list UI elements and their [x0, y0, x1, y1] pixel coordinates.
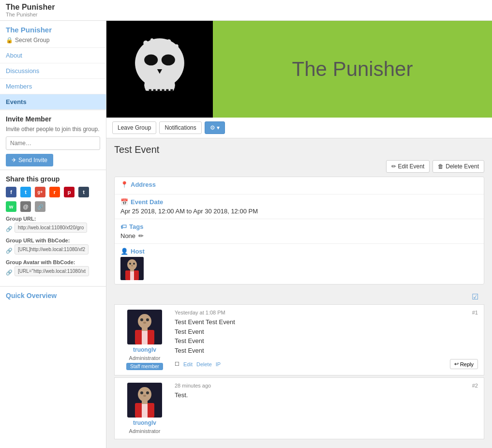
delete-event-button[interactable]: 🗑 Delete Event [432, 160, 484, 173]
whatsapp-icon[interactable]: w [6, 201, 16, 212]
quick-overview-section: Quick Overview [0, 286, 106, 304]
sidebar-item-events[interactable]: Events [0, 94, 106, 109]
comment-2-username[interactable]: truonglv [133, 419, 156, 426]
svg-rect-27 [130, 270, 134, 280]
comment-1-ip-link[interactable]: IP [216, 361, 221, 367]
edit-event-label: Edit Event [398, 163, 425, 170]
svg-rect-43 [142, 403, 148, 418]
group-banner: The Punisher [106, 21, 492, 118]
event-tags-field: 🏷 Tags None ✏ [115, 219, 484, 244]
link-bbcode-icon: 🔗 [6, 248, 13, 254]
leave-group-button[interactable]: Leave Group [112, 121, 156, 134]
gear-button[interactable]: ⚙ ▾ [205, 121, 225, 134]
punisher-skull-svg [126, 35, 194, 103]
comment-1-edit-link[interactable]: Edit [183, 361, 193, 367]
twitter-icon[interactable]: t [20, 187, 31, 197]
sidebar-item-about[interactable]: About [0, 47, 106, 63]
comment-2-meta: 28 minutes ago #2 [175, 383, 478, 388]
share-section: Share this group f t g+ r p t w @ 🔗 Grou… [0, 169, 106, 286]
group-avatar-bbcode-label: Group Avatar with BbCode: [6, 259, 100, 265]
group-header-bg: The Punisher [213, 21, 492, 118]
svg-point-38 [138, 387, 151, 402]
svg-rect-19 [166, 89, 168, 91]
svg-point-4 [175, 44, 179, 48]
comment-2-text: Test. [175, 390, 478, 400]
action-bar: Leave Group Notifications ⚙ ▾ [106, 118, 492, 138]
comments-area: ☑ [114, 289, 484, 439]
group-url-bbcode-value[interactable]: [URL]http://web.local:11080/xf2 [15, 244, 89, 254]
svg-point-7 [144, 54, 158, 65]
event-details-card: 📍 Address 📅 Event Date Apr 25 2018, 12:0… [114, 177, 484, 284]
delete-event-label: Delete Event [446, 163, 479, 170]
comment-2-user-col: truonglv Administrator [120, 383, 169, 434]
comment-1-reply-button[interactable]: ↩ Reply [450, 359, 478, 369]
host-avatar-image [120, 257, 144, 280]
site-header: The Punisher The Punisher [0, 0, 492, 21]
svg-point-30 [138, 314, 151, 329]
svg-rect-35 [142, 330, 148, 344]
facebook-icon[interactable]: f [6, 187, 16, 197]
tag-icon: 🏷 [120, 223, 127, 230]
svg-point-6 [178, 52, 182, 56]
group-avatar [106, 21, 213, 118]
tags-edit-icon[interactable]: ✏ [138, 232, 144, 239]
svg-rect-28 [130, 269, 134, 271]
comment-edit-area: ☑ [114, 289, 484, 304]
send-invite-button[interactable]: ✈ Send Invite [6, 154, 53, 166]
svg-point-32 [146, 318, 149, 321]
svg-point-41 [143, 395, 146, 397]
group-url-value[interactable]: http://web.local:11080/xf20/gro [15, 223, 87, 233]
group-url-row: 🔗 http://web.local:11080/xf20/gro [6, 223, 100, 236]
comment-1-checkbox[interactable]: ☐ [175, 361, 179, 367]
group-avatar-bbcode-value[interactable]: [URL="http://web.local:11080/xt [15, 266, 89, 276]
main-content: The Punisher Leave Group Notifications ⚙… [106, 21, 492, 448]
google-plus-icon[interactable]: g+ [35, 187, 45, 197]
svg-rect-18 [162, 89, 164, 91]
comment-2-timestamp: 28 minutes ago [175, 383, 211, 388]
svg-rect-36 [142, 328, 148, 331]
host-avatar[interactable] [120, 257, 144, 280]
link-icon[interactable]: 🔗 [35, 201, 45, 212]
comment-1-delete-link[interactable]: Delete [196, 361, 212, 367]
svg-rect-17 [158, 89, 160, 91]
sidebar-item-members[interactable]: Members [0, 78, 106, 94]
email-icon[interactable]: @ [20, 201, 31, 212]
tumblr-icon[interactable]: t [78, 187, 89, 197]
comment-1-user-col: truonglv Administrator Staff member [120, 310, 169, 370]
edit-event-button[interactable]: ✏ Edit Event [386, 160, 430, 173]
svg-point-8 [162, 54, 175, 65]
paper-plane-icon: ✈ [12, 157, 16, 164]
svg-point-3 [167, 39, 171, 44]
sidebar-item-discussions[interactable]: Discussions [0, 63, 106, 78]
pinterest-icon[interactable]: p [64, 187, 75, 197]
event-host-field: 👤 Host [115, 244, 484, 284]
svg-point-5 [140, 49, 143, 52]
site-title: The Punisher [6, 3, 486, 12]
group-url-label: Group URL: [6, 216, 100, 222]
comment-1-avatar[interactable] [127, 310, 162, 344]
comment-1-role: Administrator [129, 355, 161, 361]
svg-rect-15 [149, 89, 151, 91]
social-icons-row: f t g+ r p t w @ 🔗 [6, 187, 100, 212]
invite-name-input[interactable] [6, 136, 100, 150]
link-avatar-icon: 🔗 [6, 269, 13, 276]
svg-point-33 [143, 322, 146, 324]
edit-checkbox-icon[interactable]: ☑ [472, 292, 478, 301]
notifications-button[interactable]: Notifications [159, 121, 201, 134]
comment-1-username[interactable]: truonglv [133, 346, 156, 353]
quick-overview-title: Quick Overview [6, 292, 100, 299]
person-icon: 👤 [120, 248, 128, 255]
comment-1-timestamp: Yesterday at 1:08 PM [175, 310, 225, 315]
tags-text: None [120, 232, 135, 239]
comment-2-avatar[interactable] [127, 383, 162, 418]
comment-1-actions: ☐ Edit Delete IP ↩ Reply [175, 359, 478, 369]
calendar-icon: 📅 [120, 198, 128, 206]
event-tags-label: 🏷 Tags [120, 223, 478, 230]
svg-point-39 [140, 391, 143, 394]
secret-label: Secret Group [15, 37, 49, 44]
group-url-bbcode-row: 🔗 [URL]http://web.local:11080/xf2 [6, 244, 100, 257]
event-host-label: 👤 Host [120, 248, 478, 255]
comment-1-staff-badge[interactable]: Staff member [126, 363, 163, 370]
svg-point-1 [143, 41, 148, 45]
reddit-icon[interactable]: r [49, 187, 60, 197]
